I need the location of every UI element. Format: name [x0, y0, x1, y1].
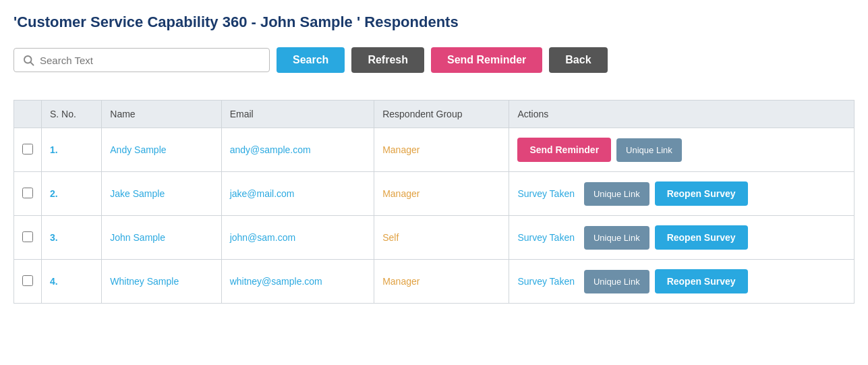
row-group: Manager [374, 172, 509, 216]
row-name: Andy Sample [102, 128, 221, 172]
search-box [13, 48, 270, 72]
col-actions: Actions [509, 101, 855, 128]
row-checkbox-cell [14, 172, 42, 216]
col-email: Email [221, 101, 374, 128]
row-group: Manager [374, 128, 509, 172]
send-reminder-row-button[interactable]: Send Reminder [517, 138, 611, 162]
table-row: 3.John Samplejohn@sam.comSelfSurvey Take… [14, 216, 855, 260]
row-checkbox-cell [14, 216, 42, 260]
actions-container: Survey TakenUnique LinkReopen Survey [517, 181, 846, 206]
row-group: Manager [374, 260, 509, 304]
row-name: John Sample [102, 216, 221, 260]
search-button[interactable]: Search [277, 47, 345, 73]
send-reminder-button[interactable]: Send Reminder [431, 47, 542, 73]
row-email: andy@sample.com [221, 128, 374, 172]
reopen-survey-button[interactable]: Reopen Survey [655, 181, 748, 206]
survey-taken-status: Survey Taken [517, 232, 575, 243]
actions-container: Survey TakenUnique LinkReopen Survey [517, 225, 846, 250]
row-checkbox[interactable] [22, 144, 33, 155]
col-group: Respondent Group [374, 101, 509, 128]
table-row: 1.Andy Sampleandy@sample.comManagerSend … [14, 128, 855, 172]
unique-link-button[interactable]: Unique Link [584, 226, 649, 250]
row-email: whitney@sample.com [221, 260, 374, 304]
row-sno: 4. [42, 260, 102, 304]
table-row: 4.Whitney Samplewhitney@sample.comManage… [14, 260, 855, 304]
unique-link-button[interactable]: Unique Link [584, 270, 649, 293]
unique-link-button[interactable]: Unique Link [616, 138, 682, 162]
page-title: 'Customer Service Capability 360 - John … [13, 13, 855, 31]
survey-taken-status: Survey Taken [517, 188, 575, 199]
col-name: Name [102, 101, 221, 128]
row-actions-cell: Survey TakenUnique LinkReopen Survey [509, 260, 855, 304]
row-checkbox[interactable] [22, 231, 33, 242]
row-email: john@sam.com [221, 216, 374, 260]
row-sno: 3. [42, 216, 102, 260]
actions-container: Send ReminderUnique Link [517, 138, 846, 162]
reopen-survey-button[interactable]: Reopen Survey [655, 269, 748, 293]
row-checkbox[interactable] [22, 188, 33, 198]
search-icon [22, 54, 34, 66]
table-row: 2.Jake Samplejake@mail.comManagerSurvey … [14, 172, 855, 216]
row-checkbox-cell [14, 260, 42, 304]
unique-link-button[interactable]: Unique Link [584, 182, 649, 206]
row-email: jake@mail.com [221, 172, 374, 216]
survey-taken-status: Survey Taken [517, 276, 575, 287]
row-actions-cell: Survey TakenUnique LinkReopen Survey [509, 216, 855, 260]
svg-line-1 [30, 62, 33, 65]
row-checkbox-cell [14, 128, 42, 172]
refresh-button[interactable]: Refresh [351, 47, 424, 73]
row-sno: 1. [42, 128, 102, 172]
respondents-table: S. No. Name Email Respondent Group Actio… [13, 100, 855, 304]
row-actions-cell: Survey TakenUnique LinkReopen Survey [509, 172, 855, 216]
actions-container: Survey TakenUnique LinkReopen Survey [517, 269, 846, 293]
reopen-survey-button[interactable]: Reopen Survey [655, 225, 748, 250]
col-sno: S. No. [42, 101, 102, 128]
back-button[interactable]: Back [549, 47, 607, 73]
toolbar: Search Refresh Send Reminder Back [13, 47, 855, 73]
col-checkbox [14, 101, 42, 128]
row-name: Whitney Sample [102, 260, 221, 304]
row-checkbox[interactable] [22, 275, 33, 286]
row-name: Jake Sample [102, 172, 221, 216]
row-sno: 2. [42, 172, 102, 216]
row-group: Self [374, 216, 509, 260]
row-actions-cell: Send ReminderUnique Link [509, 128, 855, 172]
search-input[interactable] [40, 55, 261, 66]
